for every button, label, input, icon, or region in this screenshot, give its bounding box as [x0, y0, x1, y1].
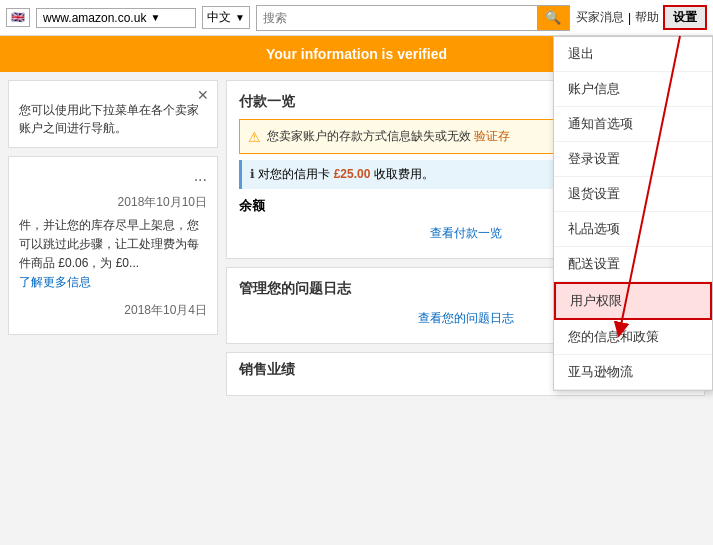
settings-dropdown: 退出 账户信息 通知首选项 登录设置 退货设置 礼品选项 配送设置 用户权限 您…: [553, 36, 713, 391]
help-link[interactable]: 帮助: [635, 9, 659, 26]
dropdown-item-permissions[interactable]: 用户权限: [554, 282, 712, 320]
language-label: 中文: [207, 9, 231, 26]
search-button[interactable]: 🔍: [537, 6, 569, 30]
info-text: 对您的信用卡: [258, 167, 330, 181]
dropdown-item-shipping[interactable]: 配送设置: [554, 247, 712, 282]
nav-divider: |: [628, 11, 631, 25]
verify-link[interactable]: 验证存: [474, 129, 510, 143]
news-date-2: 2018年10月4日: [124, 301, 207, 320]
news-more: ···: [19, 167, 207, 193]
notification-text: Your information is verified: [266, 46, 447, 62]
news-more-icon[interactable]: ···: [194, 167, 207, 193]
url-selector[interactable]: www.amazon.co.uk ▼: [36, 8, 196, 28]
dropdown-item-gifts[interactable]: 礼品选项: [554, 212, 712, 247]
news-card: ··· 2018年10月10日 件，并让您的库存尽早上架息，您可以跳过此步骤，让…: [8, 156, 218, 335]
dropdown-item-fba[interactable]: 亚马逊物流: [554, 355, 712, 390]
nav-popup: ✕ 您可以使用此下拉菜单在各个卖家账户之间进行导航。: [8, 80, 218, 148]
sales-card-title: 销售业绩: [239, 361, 295, 379]
warning-text: 您卖家账户的存款方式信息缺失或无效 验证存: [267, 128, 510, 145]
buyer-message-link[interactable]: 买家消息: [576, 9, 624, 26]
popup-text: 您可以使用此下拉菜单在各个卖家账户之间进行导航。: [19, 101, 207, 137]
language-selector[interactable]: 中文 ▼: [202, 6, 250, 29]
info-prefix: ℹ: [250, 167, 255, 181]
flag-icon: 🇬🇧: [11, 11, 25, 24]
top-right-nav: 买家消息 | 帮助 设置: [576, 5, 707, 30]
search-box: 🔍: [256, 5, 570, 31]
url-text: www.amazon.co.uk: [43, 11, 146, 25]
col-left: ✕ 您可以使用此下拉菜单在各个卖家账户之间进行导航。 ··· 2018年10月1…: [8, 80, 218, 533]
top-bar: 🇬🇧 www.amazon.co.uk ▼ 中文 ▼ 🔍 买家消息 | 帮助 设…: [0, 0, 713, 36]
search-input[interactable]: [257, 9, 537, 27]
dropdown-item-logout[interactable]: 退出: [554, 37, 712, 72]
warning-icon: ⚠: [248, 129, 261, 145]
charge-amount: £25.00: [334, 167, 371, 181]
dropdown-item-info[interactable]: 您的信息和政策: [554, 320, 712, 355]
chevron-down-icon: ▼: [150, 12, 160, 23]
news-link-1[interactable]: 了解更多信息: [19, 275, 91, 289]
dropdown-item-returns[interactable]: 退货设置: [554, 177, 712, 212]
close-icon[interactable]: ✕: [197, 87, 209, 103]
payment-card-title: 付款一览: [239, 93, 295, 111]
problem-card-title: 管理您的问题日志: [239, 280, 351, 298]
dropdown-item-login-settings[interactable]: 登录设置: [554, 142, 712, 177]
dropdown-item-account[interactable]: 账户信息: [554, 72, 712, 107]
settings-button[interactable]: 设置: [663, 5, 707, 30]
news-date-1: 2018年10月10日: [118, 193, 207, 212]
chevron-down-icon: ▼: [235, 12, 245, 23]
news-text-1: 件，并让您的库存尽早上架息，您可以跳过此步骤，让工处理费为每件商品 £0.06，…: [19, 216, 207, 274]
info-text2: 收取费用。: [374, 167, 434, 181]
flag-selector[interactable]: 🇬🇧: [6, 8, 30, 27]
dropdown-item-notifications[interactable]: 通知首选项: [554, 107, 712, 142]
